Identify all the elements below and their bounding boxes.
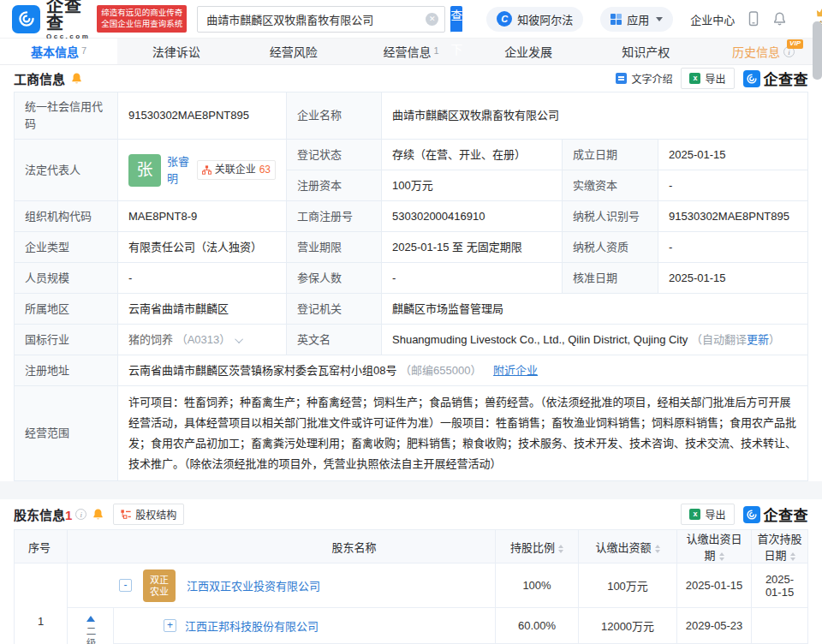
- tab-history-info[interactable]: VIP 历史信息 i: [705, 39, 822, 64]
- brand-name: 企查查: [46, 0, 90, 32]
- tab-basic-info[interactable]: 基本信息 7: [0, 39, 117, 64]
- field-value: -: [658, 170, 808, 201]
- field-label: 实缴资本: [563, 170, 658, 201]
- apps-menu-button[interactable]: 应用: [600, 7, 673, 32]
- avatar[interactable]: 张: [128, 154, 161, 187]
- vip-badge: VIP: [787, 39, 803, 49]
- export-button[interactable]: x 导出: [681, 68, 734, 89]
- equity-structure-button[interactable]: 股权结构: [113, 504, 184, 525]
- shareholders-count: 1: [65, 508, 72, 522]
- qcc-logo-icon[interactable]: [12, 5, 40, 33]
- nearby-companies-link[interactable]: 附近企业: [493, 364, 538, 377]
- business-info-header: 工商信息 文字介绍 x 导出 企查查: [0, 65, 822, 92]
- slogan-line1: 缔造有远见的商业传奇: [101, 8, 182, 19]
- field-label: 核准日期: [563, 263, 658, 294]
- col-header-first-date[interactable]: 首次持股日期: [752, 530, 808, 564]
- search-button[interactable]: 查一下: [450, 6, 462, 33]
- notification-bell-icon[interactable]: [772, 11, 787, 27]
- sort-icon[interactable]: [719, 552, 724, 561]
- field-value: 曲靖市麒麟区双牧鼎畜牧有限公司: [382, 92, 808, 140]
- qcc-watermark-text: 企查查: [764, 68, 809, 89]
- tab-legal-litigation[interactable]: 法律诉讼: [117, 39, 235, 64]
- field-label: 企业类型: [15, 232, 118, 263]
- col-header-amount[interactable]: 认缴出资额: [579, 530, 677, 564]
- related-label: 关联企业: [215, 162, 256, 178]
- mobile-app-icon[interactable]: [747, 11, 760, 27]
- search-input[interactable]: [197, 6, 445, 33]
- second-level-marker: 二级股东: [68, 608, 114, 644]
- shareholder-link[interactable]: 江西正邦科技股份有限公司: [185, 617, 319, 634]
- text-intro-button[interactable]: 文字介绍: [616, 71, 672, 86]
- enterprise-center-link[interactable]: 企业中心: [690, 11, 735, 27]
- date-value: 2029-05-23: [677, 608, 752, 644]
- excel-icon: x: [689, 73, 700, 84]
- search-box: ✕: [197, 6, 445, 33]
- sort-icon[interactable]: [790, 552, 795, 561]
- ratio-value: 60.00%: [496, 608, 579, 644]
- sort-icon[interactable]: [558, 545, 563, 553]
- shareholder-link[interactable]: 江西双正农业投资有限公司: [187, 577, 320, 593]
- tab-operation-info[interactable]: 经营信息 1: [352, 39, 469, 64]
- info-icon[interactable]: i: [75, 509, 86, 520]
- section-gap: [0, 481, 822, 499]
- field-value: 麒麟区市场监督管理局: [382, 294, 808, 325]
- industry-code: （A0313）: [176, 333, 231, 346]
- field-label: 注册资本: [287, 170, 382, 201]
- tab-label: 历史信息: [732, 43, 780, 60]
- tab-intellectual-property[interactable]: 知识产权: [587, 39, 705, 64]
- chevron-down-icon[interactable]: [235, 335, 243, 343]
- shareholder-cell: + 江西正邦科技股份有限公司: [114, 608, 496, 644]
- field-value: -: [658, 232, 808, 263]
- avatar[interactable]: 双正 农业: [143, 569, 176, 602]
- monitor-bell-icon[interactable]: [92, 508, 104, 521]
- field-label: 企业名称: [287, 92, 382, 140]
- zhibi-alpha-button[interactable]: C 知彼阿尔法: [486, 7, 583, 32]
- field-label: 法定代表人: [15, 140, 118, 201]
- chevron-down-icon: [656, 17, 663, 21]
- export-label: 导出: [705, 71, 725, 86]
- industry-cell[interactable]: 猪的饲养 （A0313）: [118, 325, 287, 355]
- field-label: 工商注册号: [287, 201, 382, 232]
- field-label: 注册地址: [15, 355, 118, 386]
- field-value: 存续（在营、开业、在册）: [382, 140, 563, 170]
- legal-representative-link[interactable]: 张睿明: [167, 153, 191, 188]
- field-label: 营业期限: [287, 232, 382, 263]
- qcc-company-page: 企查查 Qcc.com 缔造有远见的商业传奇 全国企业信用查询系统 ✕ 查一下 …: [0, 0, 822, 644]
- scrollbar-thumb[interactable]: [813, 21, 822, 80]
- tab-operation-risk[interactable]: 经营风险: [235, 39, 352, 64]
- tab-label: 经营风险: [270, 43, 318, 60]
- export-button[interactable]: x 导出: [681, 504, 734, 525]
- update-translation-link[interactable]: 更新: [747, 333, 769, 346]
- english-name: Shuangmuding Livestock Co., Ltd., Qilin …: [392, 333, 688, 346]
- brand-text[interactable]: 企查查 Qcc.com: [46, 0, 90, 40]
- address-cell: 云南省曲靖市麒麟区茨营镇杨家村委会瓦窑村小组08号 （邮编655000） 附近企…: [118, 355, 808, 386]
- related-companies-badge[interactable]: 关联企业 63: [197, 160, 276, 180]
- col-header-date[interactable]: 认缴出资日期: [677, 530, 752, 564]
- monitor-bell-icon[interactable]: [70, 72, 83, 85]
- col-header-no: 序号: [15, 530, 68, 564]
- field-label: 经营范围: [15, 386, 118, 481]
- expand-toggle[interactable]: +: [164, 619, 176, 632]
- amount-value: 12000万元: [579, 608, 677, 644]
- field-value: 530302000416910: [382, 201, 563, 232]
- field-label: 纳税人识别号: [563, 201, 658, 232]
- col-header-ratio[interactable]: 持股比例: [496, 530, 579, 564]
- field-label: 人员规模: [15, 263, 118, 294]
- collapse-toggle[interactable]: -: [119, 579, 132, 592]
- clear-search-icon[interactable]: ✕: [426, 13, 438, 26]
- tab-label: 法律诉讼: [152, 43, 200, 60]
- qcc-watermark-text: 企查查: [764, 504, 809, 525]
- apps-grid-icon: [611, 14, 622, 25]
- section-title: 工商信息: [14, 69, 65, 87]
- tab-label: 经营信息: [383, 43, 431, 60]
- field-value: 2025-01-15: [658, 140, 808, 170]
- collapse-arrow-icon[interactable]: [86, 616, 95, 622]
- col-header-name: 股东名称: [68, 530, 496, 564]
- field-label: 纳税人资质: [563, 232, 658, 263]
- field-value: 云南省曲靖市麒麟区: [118, 294, 287, 325]
- tab-bar: 基本信息 7 法律诉讼 经营风险 经营信息 1 企业发展 知识产权 VIP 历史…: [0, 38, 822, 65]
- excel-icon: x: [689, 509, 700, 520]
- sort-icon[interactable]: [655, 545, 660, 553]
- business-scope-text: 许可项目：牲畜饲养；种畜禽生产；种畜禽经营；饲料生产；食品销售；兽药经营。（依法…: [118, 386, 808, 481]
- tab-company-development[interactable]: 企业发展: [470, 39, 587, 64]
